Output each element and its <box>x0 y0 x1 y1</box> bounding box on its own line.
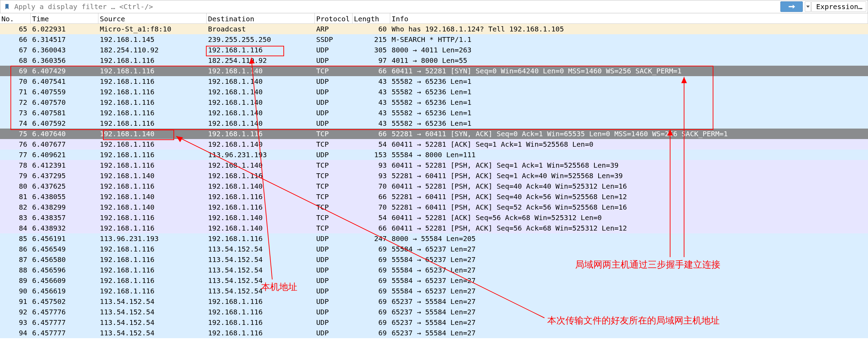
cell-dst: 192.168.1.116 <box>207 317 315 328</box>
cell-src: 192.168.1.116 <box>98 118 207 129</box>
packet-row[interactable]: 656.022931Micro-St_a1:f8:10BroadcastARP6… <box>0 24 868 34</box>
cell-len: 69 <box>353 307 390 317</box>
cell-dst: 113.54.152.54 <box>207 275 315 286</box>
cell-info: 65237 → 55584 Len=27 <box>390 307 868 317</box>
cell-time: 6.437295 <box>31 170 98 181</box>
cell-len: 43 <box>353 118 390 129</box>
col-header-info[interactable]: Info <box>390 13 868 23</box>
packet-row[interactable]: 826.438299192.168.1.140192.168.1.116TCP7… <box>0 202 868 212</box>
cell-time: 6.438055 <box>31 191 98 202</box>
packet-row[interactable]: 726.407570192.168.1.116192.168.1.140UDP4… <box>0 97 868 108</box>
expression-button[interactable]: Expression… <box>811 1 866 12</box>
packet-row[interactable]: 776.409621192.168.1.116113.96.231.193UDP… <box>0 150 868 160</box>
packet-row[interactable]: 926.457776113.54.152.54192.168.1.116UDP6… <box>0 307 868 317</box>
cell-info: 52281 → 60411 [SYN, ACK] Seq=0 Ack=1 Win… <box>390 129 868 139</box>
packet-row[interactable]: 676.360043182.254.110.92192.168.1.116UDP… <box>0 45 868 55</box>
packet-row[interactable]: 816.438055192.168.1.140192.168.1.116TCP6… <box>0 191 868 202</box>
cell-len: 69 <box>353 244 390 254</box>
cell-dst: 113.54.152.54 <box>207 254 315 265</box>
packet-row[interactable]: 786.412391192.168.1.116192.168.1.140TCP9… <box>0 160 868 170</box>
packet-row[interactable]: 876.456580192.168.1.116113.54.152.54UDP6… <box>0 254 868 265</box>
col-header-src[interactable]: Source <box>98 13 207 23</box>
cell-src: 192.168.1.140 <box>98 170 207 181</box>
cell-len: 43 <box>353 87 390 97</box>
packet-row[interactable]: 756.407640192.168.1.140192.168.1.116TCP6… <box>0 129 868 139</box>
packet-row[interactable]: 796.437295192.168.1.140192.168.1.116TCP9… <box>0 170 868 181</box>
packet-row[interactable]: 716.407559192.168.1.116192.168.1.140UDP4… <box>0 87 868 97</box>
cell-time: 6.407570 <box>31 97 98 108</box>
packet-row[interactable]: 736.407581192.168.1.116192.168.1.140UDP4… <box>0 108 868 118</box>
display-filter-input[interactable] <box>14 2 776 12</box>
cell-src: 192.168.1.116 <box>98 223 207 233</box>
cell-src: 192.168.1.116 <box>98 87 207 97</box>
cell-src: 182.254.110.92 <box>98 45 207 55</box>
col-header-no[interactable]: No. <box>0 13 31 23</box>
cell-info: 4011 → 8000 Len=55 <box>390 55 868 66</box>
cell-len: 247 <box>353 233 390 244</box>
cell-src: 113.54.152.54 <box>98 296 207 307</box>
col-header-time[interactable]: Time <box>31 13 98 23</box>
cell-dst: 192.168.1.116 <box>207 233 315 244</box>
cell-src: 192.168.1.116 <box>98 244 207 254</box>
packet-row[interactable]: 846.438932192.168.1.116192.168.1.140TCP6… <box>0 223 868 233</box>
col-header-proto[interactable]: Protocol <box>315 13 353 23</box>
cell-info: 60411 → 52281 [ACK] Seq=56 Ack=68 Win=52… <box>390 212 868 223</box>
packet-row[interactable]: 746.407592192.168.1.116192.168.1.140UDP4… <box>0 118 868 129</box>
cell-proto: UDP <box>315 317 353 328</box>
cell-src: 192.168.1.116 <box>98 139 207 150</box>
cell-info: 55584 → 65237 Len=27 <box>390 275 868 286</box>
packet-row[interactable]: 936.457777113.54.152.54192.168.1.116UDP6… <box>0 317 868 328</box>
cell-no: 79 <box>0 170 31 181</box>
cell-dst: 192.168.1.116 <box>207 307 315 317</box>
cell-info: 65237 → 55584 Len=27 <box>390 328 868 338</box>
cell-no: 73 <box>0 108 31 118</box>
packet-row[interactable]: 856.456191113.96.231.193192.168.1.116UDP… <box>0 233 868 244</box>
cell-len: 69 <box>353 296 390 307</box>
cell-info: 60411 → 52281 [PSH, ACK] Seq=40 Ack=40 W… <box>390 181 868 191</box>
cell-dst: 192.168.1.116 <box>207 170 315 181</box>
cell-proto: TCP <box>315 223 353 233</box>
cell-proto: UDP <box>315 45 353 55</box>
cell-proto: TCP <box>315 160 353 170</box>
packet-list-body: 656.022931Micro-St_a1:f8:10BroadcastARP6… <box>0 24 868 338</box>
packet-row[interactable]: 916.457502113.54.152.54192.168.1.116UDP6… <box>0 296 868 307</box>
cell-proto: UDP <box>315 150 353 160</box>
cell-info: 65237 → 55584 Len=27 <box>390 296 868 307</box>
packet-row[interactable]: 946.457777113.54.152.54192.168.1.116UDP6… <box>0 328 868 338</box>
cell-src: 192.168.1.116 <box>98 286 207 296</box>
packet-row[interactable]: 886.456596192.168.1.116113.54.152.54UDP6… <box>0 265 868 275</box>
packet-row[interactable]: 696.407429192.168.1.116192.168.1.140TCP6… <box>0 66 868 76</box>
packet-row[interactable]: 836.438357192.168.1.116192.168.1.140TCP5… <box>0 212 868 223</box>
packet-row[interactable]: 706.407541192.168.1.116192.168.1.140UDP4… <box>0 76 868 87</box>
packet-row[interactable]: 686.360356192.168.1.116182.254.110.92UDP… <box>0 55 868 66</box>
cell-no: 84 <box>0 223 31 233</box>
packet-row[interactable]: 866.456549192.168.1.116113.54.152.54UDP6… <box>0 244 868 254</box>
filter-dropdown-button[interactable] <box>805 1 811 12</box>
cell-info: 60411 → 52281 [PSH, ACK] Seq=56 Ack=68 W… <box>390 223 868 233</box>
cell-time: 6.456619 <box>31 286 98 296</box>
packet-row[interactable]: 666.314517192.168.1.145239.255.255.250SS… <box>0 34 868 45</box>
cell-dst: 192.168.1.116 <box>207 45 315 55</box>
cell-info: 52281 → 60411 [PSH, ACK] Seq=52 Ack=56 W… <box>390 202 868 212</box>
packet-row[interactable]: 766.407677192.168.1.116192.168.1.140TCP5… <box>0 139 868 150</box>
packet-row[interactable]: 806.437625192.168.1.116192.168.1.140TCP7… <box>0 181 868 191</box>
cell-proto: UDP <box>315 108 353 118</box>
cell-proto: UDP <box>315 265 353 275</box>
packet-row[interactable]: 906.456619192.168.1.116113.54.152.54UDP6… <box>0 286 868 296</box>
cell-src: Micro-St_a1:f8:10 <box>98 24 207 34</box>
bookmark-icon[interactable] <box>3 3 11 10</box>
packet-row[interactable]: 896.456609192.168.1.116113.54.152.54UDP6… <box>0 275 868 286</box>
apply-filter-button[interactable] <box>780 1 803 12</box>
col-header-len[interactable]: Length <box>353 13 390 23</box>
cell-src: 192.168.1.140 <box>98 202 207 212</box>
cell-time: 6.437625 <box>31 181 98 191</box>
cell-dst: 192.168.1.140 <box>207 181 315 191</box>
cell-proto: TCP <box>315 66 353 76</box>
cell-src: 113.54.152.54 <box>98 317 207 328</box>
cell-len: 69 <box>353 328 390 338</box>
cell-proto: TCP <box>315 129 353 139</box>
cell-time: 6.407640 <box>31 129 98 139</box>
col-header-dst[interactable]: Destination <box>207 13 315 23</box>
cell-time: 6.456191 <box>31 233 98 244</box>
cell-proto: UDP <box>315 307 353 317</box>
